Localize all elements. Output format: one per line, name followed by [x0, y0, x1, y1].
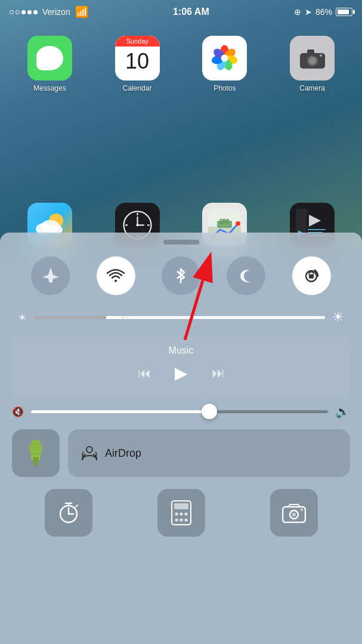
timer-icon — [57, 501, 81, 525]
signal-bars — [10, 10, 38, 14]
shortcuts-row: AirDrop — [0, 421, 362, 483]
control-center: ☀ ☀ Music ⏮ ▶ ⏭ 🔇 🔊 — [0, 233, 362, 644]
brightness-high-icon: ☀ — [332, 309, 344, 325]
location-icon: ⊕ — [294, 7, 301, 17]
signal-dot-4 — [27, 10, 32, 14]
status-left: Verizon 📶 — [10, 5, 88, 18]
svg-rect-41 — [309, 274, 314, 278]
app-camera[interactable]: Camera — [274, 36, 350, 92]
pull-handle[interactable] — [163, 240, 199, 244]
svg-rect-13 — [307, 49, 314, 54]
volume-thumb[interactable] — [202, 404, 217, 419]
svg-rect-43 — [32, 440, 40, 445]
music-section: Music ⏮ ▶ ⏭ — [12, 337, 350, 398]
wifi-toggle[interactable] — [97, 256, 135, 295]
brightness-thumb[interactable] — [106, 316, 122, 319]
svg-point-58 — [184, 513, 187, 516]
svg-point-47 — [86, 447, 92, 453]
calculator-shortcut[interactable] — [157, 489, 205, 537]
calculator-icon — [171, 500, 192, 526]
svg-marker-1 — [38, 61, 45, 66]
svg-point-0 — [36, 46, 63, 67]
calendar-month: Sunday — [115, 36, 160, 47]
music-controls: ⏮ ▶ ⏭ — [24, 363, 338, 383]
battery-fill — [338, 10, 349, 14]
fast-forward-button[interactable]: ⏭ — [212, 366, 225, 381]
camera-svg — [299, 47, 326, 70]
app-grid-row1: Messages Sunday 10 Calendar — [0, 30, 362, 98]
airplane-icon — [41, 267, 60, 286]
svg-line-53 — [76, 505, 78, 507]
svg-rect-30 — [217, 221, 232, 228]
battery-percent: 86% — [315, 7, 332, 17]
camera-icon[interactable] — [290, 36, 335, 80]
app-photos[interactable]: Photos — [187, 36, 263, 92]
flashlight-icon — [25, 440, 47, 466]
volume-fill — [31, 410, 209, 413]
navigation-icon: ➤ — [305, 7, 312, 17]
messages-icon[interactable] — [27, 36, 72, 80]
battery-tip — [353, 10, 355, 14]
bluetooth-icon — [171, 267, 190, 286]
signal-dot-1 — [10, 10, 14, 14]
photos-icon[interactable] — [202, 36, 247, 80]
svg-point-12 — [309, 57, 316, 64]
app-messages[interactable]: Messages — [12, 36, 88, 92]
svg-point-31 — [236, 221, 240, 226]
svg-marker-46 — [32, 457, 39, 466]
airdrop-icon — [80, 444, 99, 463]
photos-label: Photos — [214, 84, 236, 92]
carrier-label: Verizon — [42, 7, 70, 17]
bluetooth-toggle[interactable] — [162, 256, 200, 295]
airdrop-label: AirDrop — [105, 447, 141, 460]
moon-icon — [237, 267, 256, 286]
rotation-lock-icon — [302, 267, 321, 286]
volume-high-icon: 🔊 — [335, 404, 350, 419]
timer-shortcut[interactable] — [45, 489, 92, 537]
music-title: Music — [24, 345, 338, 356]
rotation-lock-toggle[interactable] — [292, 256, 331, 295]
app-calendar[interactable]: Sunday 10 Calendar — [100, 36, 175, 92]
svg-point-57 — [180, 513, 182, 516]
status-bar: Verizon 📶 1:06 AM ⊕ ➤ 86% — [0, 0, 362, 24]
svg-marker-44 — [29, 445, 43, 457]
messages-svg — [35, 45, 64, 72]
wifi-icon — [106, 267, 125, 286]
toggle-row — [0, 244, 362, 301]
svg-rect-55 — [174, 503, 188, 509]
svg-point-9 — [221, 55, 228, 62]
brightness-inactive — [33, 316, 106, 319]
svg-point-38 — [115, 280, 117, 282]
battery-icon — [336, 8, 352, 16]
signal-dot-5 — [33, 10, 38, 14]
volume-row: 🔇 🔊 — [0, 402, 362, 421]
flashlight-shortcut[interactable] — [12, 429, 60, 477]
calendar-day: 10 — [125, 49, 149, 74]
svg-point-56 — [175, 513, 178, 516]
messages-label: Messages — [33, 84, 66, 92]
svg-point-26 — [136, 224, 138, 227]
do-not-disturb-toggle[interactable] — [227, 256, 265, 295]
airplane-mode-toggle[interactable] — [31, 256, 70, 295]
volume-low-icon: 🔇 — [12, 406, 24, 417]
rewind-button[interactable]: ⏮ — [138, 366, 151, 381]
play-button[interactable]: ▶ — [175, 363, 188, 383]
brightness-row: ☀ ☀ — [0, 301, 362, 333]
svg-point-64 — [292, 513, 296, 516]
calendar-label: Calendar — [123, 84, 152, 92]
svg-point-60 — [180, 519, 182, 522]
status-time: 1:06 AM — [173, 7, 209, 17]
svg-point-61 — [184, 519, 187, 522]
bottom-icons-row — [0, 483, 362, 549]
svg-point-65 — [301, 509, 303, 511]
calendar-icon[interactable]: Sunday 10 — [115, 36, 160, 80]
airdrop-button[interactable]: AirDrop — [68, 429, 350, 477]
brightness-track[interactable] — [33, 316, 325, 319]
volume-track[interactable] — [31, 410, 328, 413]
camera-label: Camera — [299, 84, 325, 92]
signal-dot-2 — [16, 10, 20, 14]
photos-svg — [208, 42, 241, 75]
camera-shortcut[interactable] — [270, 489, 318, 537]
camera-shortcut-icon — [282, 503, 306, 523]
brightness-low-icon: ☀ — [18, 312, 26, 323]
